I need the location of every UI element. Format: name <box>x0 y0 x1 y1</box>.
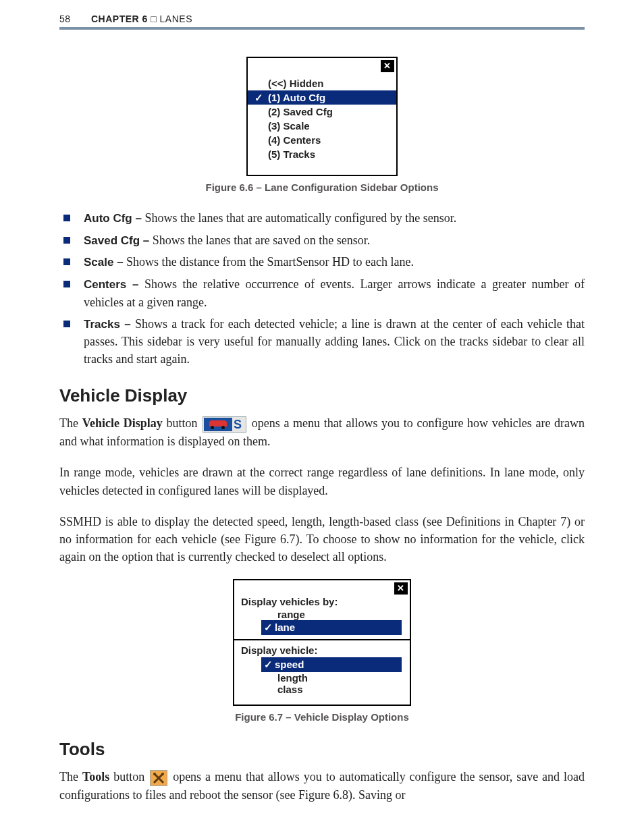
vehicle-display-bold: Vehicle Display <box>82 416 163 430</box>
list-item: Tracks – Shows a track for each detected… <box>59 315 585 368</box>
display-vehicle-group: Display vehicle: ✓ speed length class <box>234 639 410 698</box>
chapter-separator: □ <box>148 13 160 24</box>
option-lane[interactable]: ✓ lane <box>261 620 402 635</box>
header-rule <box>59 27 585 30</box>
close-icon[interactable] <box>394 582 408 595</box>
text-segment: The <box>59 770 82 783</box>
list-item: Auto Cfg – Shows the lanes that are auto… <box>59 209 585 227</box>
list-item: Saved Cfg – Shows the lanes that are sav… <box>59 231 585 250</box>
option-length[interactable]: length <box>234 672 410 684</box>
svg-point-3 <box>161 773 164 775</box>
check-icon: ✓ <box>254 92 263 104</box>
fig67-titlebar <box>234 580 410 595</box>
vehicle-display-para-1: The Vehicle Display button S opens a men… <box>59 414 585 450</box>
fig66-option-list: (<<) Hidden ✓ (1) Auto Cfg (2) Saved Cfg… <box>248 76 396 175</box>
tools-heading: Tools <box>59 739 585 760</box>
term-scale: Scale – <box>84 256 124 269</box>
option-speed[interactable]: ✓ speed <box>261 657 402 672</box>
sidebar-option-saved-cfg[interactable]: (2) Saved Cfg <box>248 105 396 119</box>
text-segment: The <box>59 416 82 430</box>
option-lane-label: lane <box>275 622 295 633</box>
sidebar-option-auto-cfg[interactable]: ✓ (1) Auto Cfg <box>248 90 396 105</box>
definition-list: Auto Cfg – Shows the lanes that are auto… <box>59 209 585 368</box>
list-item: Centers – Shows the relative occurrence … <box>59 275 585 311</box>
vehicle-display-button-letter: S <box>232 418 244 431</box>
vehicle-display-para-2: In range mode, vehicles are drawn at the… <box>59 464 585 499</box>
tools-button-icon[interactable] <box>150 770 167 786</box>
vehicle-display-options-figure: Display vehicles by: range ✓ lane Displa… <box>233 579 411 706</box>
tools-bold: Tools <box>82 770 109 783</box>
list-item: Scale – Shows the distance from the Smar… <box>59 253 585 271</box>
group-heading: Display vehicle: <box>234 643 410 657</box>
lane-config-sidebar-figure: (<<) Hidden ✓ (1) Auto Cfg (2) Saved Cfg… <box>246 57 398 176</box>
document-page: 58 CHAPTER 6 □ LANES (<<) Hidden ✓ (1) A… <box>0 0 644 828</box>
check-icon: ✓ <box>264 657 273 672</box>
figure-6-6-caption: Figure 6.6 – Lane Configuration Sidebar … <box>59 182 585 193</box>
display-vehicles-by-group: Display vehicles by: range ✓ lane <box>234 595 410 638</box>
close-icon[interactable] <box>381 60 394 72</box>
svg-point-2 <box>153 773 156 775</box>
desc-centers: Shows the relative occurrence of events.… <box>84 277 585 309</box>
desc-saved-cfg: Shows the lanes that are saved on the se… <box>149 233 370 247</box>
term-saved-cfg: Saved Cfg – <box>84 234 149 247</box>
term-tracks: Tracks – <box>84 318 131 331</box>
chapter-label: CHAPTER 6 <box>91 13 148 24</box>
tools-para: The Tools button opens a menu that allow… <box>59 768 585 804</box>
sidebar-option-label: (1) Auto Cfg <box>268 92 325 103</box>
vehicle-display-heading: Vehicle Display <box>59 385 585 406</box>
crossed-tools-icon <box>152 771 165 785</box>
option-range[interactable]: range <box>234 609 410 620</box>
term-auto-cfg: Auto Cfg – <box>84 212 142 225</box>
sidebar-option-centers[interactable]: (4) Centers <box>248 133 396 147</box>
sidebar-option-scale[interactable]: (3) Scale <box>248 119 396 133</box>
check-icon: ✓ <box>264 620 273 635</box>
term-centers: Centers – <box>84 278 139 291</box>
chapter-title: LANES <box>160 13 192 24</box>
text-segment: button <box>163 416 201 430</box>
desc-scale: Shows the distance from the SmartSensor … <box>124 255 414 269</box>
sidebar-option-tracks[interactable]: (5) Tracks <box>248 147 396 161</box>
vehicle-display-button-icon[interactable]: S <box>203 416 246 433</box>
text-segment: button <box>109 770 149 783</box>
group-heading: Display vehicles by: <box>234 595 410 609</box>
sidebar-option-hidden[interactable]: (<<) Hidden <box>248 76 396 90</box>
option-class[interactable]: class <box>234 684 410 695</box>
desc-tracks: Shows a track for each detected vehicle;… <box>84 317 585 366</box>
vehicle-display-para-3: SSMHD is able to display the detected sp… <box>59 513 585 565</box>
fig66-titlebar <box>248 58 396 76</box>
page-number: 58 <box>59 13 71 24</box>
figure-6-7-caption: Figure 6.7 – Vehicle Display Options <box>59 711 585 723</box>
car-icon <box>204 418 232 431</box>
running-header: 58 CHAPTER 6 □ LANES <box>59 13 585 24</box>
desc-auto-cfg: Shows the lanes that are automatically c… <box>142 211 456 225</box>
option-speed-label: speed <box>275 659 304 670</box>
